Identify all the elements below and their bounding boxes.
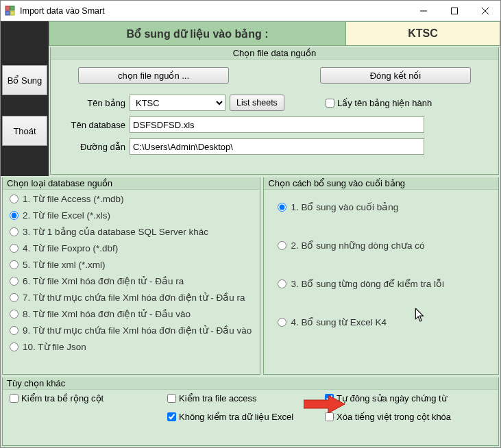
titlebar: Import data vào Smart: [1, 1, 500, 21]
table-label: Tên bảng: [58, 98, 130, 108]
other-options-legend: Tùy chọn khác: [3, 377, 498, 390]
add-button[interactable]: Bổ Sung: [2, 65, 47, 95]
source-type-option[interactable]: 6. Từ file Xml hóa đơn điện tử - Đầu ra: [10, 275, 253, 286]
app-icon: [5, 5, 16, 16]
database-label: Tên database: [58, 120, 130, 130]
check-no-excel[interactable]: Không kiểm tra dữ liệu Excel: [167, 412, 325, 422]
source-type-option[interactable]: 10. Từ file Json: [10, 341, 253, 352]
sidebar: Bổ Sung Thoát: [1, 46, 49, 176]
file-source-legend: Chọn file data nguồn: [51, 47, 498, 60]
source-type-option[interactable]: 2. Từ file Excel (*.xls): [10, 210, 253, 221]
append-mode-option[interactable]: 3. Bổ sung từng dòng để kiểm tra lỗi: [278, 278, 491, 289]
append-mode-option[interactable]: 4. Bổ sung từ Excel K4: [278, 316, 491, 327]
source-type-option[interactable]: 8. Từ file Xml hóa đơn điện tử - Đầu vào: [10, 308, 253, 319]
append-mode-group: Chọn cách bổ sung vào cuối bảng 1. Bổ su…: [263, 177, 499, 375]
exit-button[interactable]: Thoát: [2, 116, 47, 146]
svg-rect-5: [451, 8, 457, 14]
append-mode-legend: Chọn cách bổ sung vào cuối bảng: [264, 177, 498, 190]
svg-rect-0: [5, 6, 10, 10]
window-title: Import data vào Smart: [20, 6, 408, 16]
header-heading-main: Bổ sung dữ liệu vào bảng :: [49, 21, 346, 46]
source-type-option[interactable]: 7. Từ thư mục chứa file Xml hóa đơn điện…: [10, 292, 253, 303]
source-type-option[interactable]: 3. Từ 1 bảng của database SQL Server khá…: [10, 226, 253, 237]
check-file-access[interactable]: Kiểm tra file access: [167, 393, 325, 403]
header-heading-table: KTSC: [346, 21, 500, 46]
source-type-option[interactable]: 1. Từ file Access (*.mdb): [10, 193, 253, 204]
append-mode-option[interactable]: 2. Bổ sung những dòng chưa có: [278, 240, 491, 251]
source-type-option[interactable]: 4. Từ file Foxpro (*.dbf): [10, 242, 253, 253]
database-input[interactable]: [130, 116, 424, 133]
path-input[interactable]: [130, 138, 424, 155]
source-type-option[interactable]: 9. Từ thư mục chứa file Xml hóa đơn điện…: [10, 325, 253, 336]
source-type-option[interactable]: 5. Từ file xml (*.xml): [10, 259, 253, 270]
close-button[interactable]: [469, 1, 500, 21]
list-sheets-button[interactable]: List sheets: [230, 95, 284, 111]
close-connection-button[interactable]: Đóng kết nối: [320, 67, 471, 84]
svg-rect-3: [10, 11, 14, 15]
source-type-group: Chọn loại database nguồn 1. Từ file Acce…: [2, 177, 260, 375]
get-current-table-checkbox[interactable]: Lấy tên bảng hiện hành: [326, 98, 432, 108]
check-auto-date[interactable]: Tự đông sửa ngày chứng từ: [325, 393, 491, 403]
source-type-legend: Chọn loại database nguồn: [3, 177, 260, 190]
maximize-button[interactable]: [439, 1, 469, 21]
file-source-group: Chọn file data nguồn chọn file nguồn ...…: [50, 47, 499, 175]
svg-rect-1: [10, 6, 14, 10]
append-mode-option[interactable]: 1. Bổ sung vào cuối bảng: [278, 201, 491, 212]
check-col-width[interactable]: Kiểm tra bề rộng cột: [10, 393, 167, 403]
check-strip-vn[interactable]: Xóa tiếng việt trong cột khóa: [325, 412, 491, 422]
minimize-button[interactable]: [408, 1, 439, 21]
svg-rect-2: [5, 11, 10, 15]
other-options-group: Tùy chọn khác Kiểm tra bề rộng cột Kiểm …: [2, 377, 499, 446]
choose-file-button[interactable]: chọn file nguồn ...: [78, 67, 229, 84]
table-select[interactable]: KTSC: [130, 95, 225, 111]
path-label: Đường dẫn: [58, 142, 130, 152]
top-dark-spacer: [1, 21, 49, 46]
